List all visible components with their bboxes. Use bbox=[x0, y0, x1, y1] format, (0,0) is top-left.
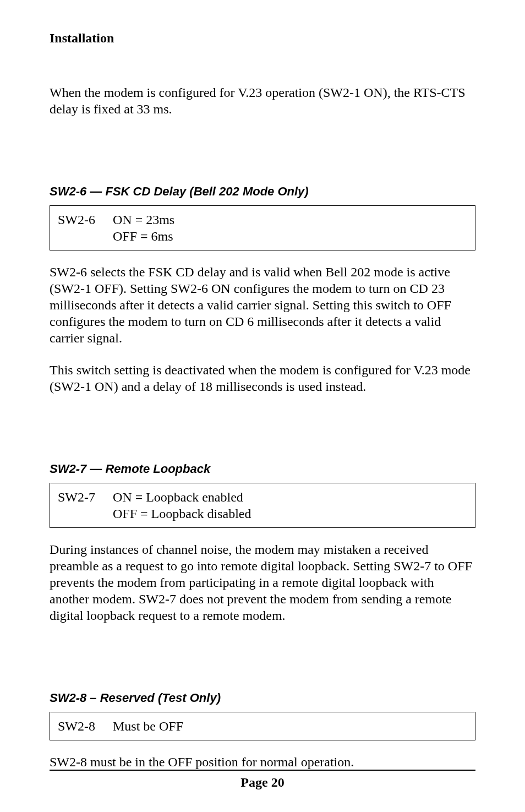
sw2-8-box: SW2-8 Must be OFF bbox=[50, 712, 475, 740]
sw2-7-on-value: ON = Loopback enabled bbox=[113, 489, 468, 505]
section-header: Installation bbox=[50, 31, 475, 46]
sw2-7-heading-prefix: SW2-7 bbox=[50, 462, 86, 476]
sw2-8-value: Must be OFF bbox=[113, 718, 468, 734]
sw2-7-box: SW2-7 ON = Loopback enabled OFF = Loopba… bbox=[50, 483, 475, 528]
sw2-7-heading-title: Remote Loopback bbox=[105, 462, 210, 476]
em-dash: — bbox=[86, 184, 105, 198]
sw2-6-paragraph-1: SW2-6 selects the FSK CD delay and is va… bbox=[50, 264, 475, 346]
sw2-7-box-label: SW2-7 bbox=[58, 489, 113, 522]
sw2-7-paragraph-1: During instances of channel noise, the m… bbox=[50, 541, 475, 624]
intro-paragraph: When the modem is configured for V.23 op… bbox=[50, 84, 475, 117]
sw2-8-heading: SW2-8 – Reserved (Test Only) bbox=[50, 691, 475, 705]
sw2-7-off-value: OFF = Loopback disabled bbox=[113, 505, 468, 522]
sw2-6-paragraph-2: This switch setting is deactivated when … bbox=[50, 362, 475, 395]
sw2-6-on-value: ON = 23ms bbox=[113, 211, 468, 228]
sw2-8-paragraph-1: SW2-8 must be in the OFF position for no… bbox=[50, 754, 475, 770]
sw2-8-heading-title: Reserved (Test Only) bbox=[100, 691, 221, 705]
sw2-6-heading-title: FSK CD Delay (Bell 202 Mode Only) bbox=[105, 184, 308, 198]
sw2-6-off-value: OFF = 6ms bbox=[113, 228, 468, 244]
en-dash: – bbox=[86, 691, 100, 705]
sw2-8-box-label: SW2-8 bbox=[58, 718, 113, 734]
sw2-6-box: SW2-6 ON = 23ms OFF = 6ms bbox=[50, 205, 475, 250]
sw2-6-heading-prefix: SW2-6 bbox=[50, 184, 86, 198]
sw2-7-heading: SW2-7 — Remote Loopback bbox=[50, 462, 475, 476]
sw2-6-heading: SW2-6 — FSK CD Delay (Bell 202 Mode Only… bbox=[50, 184, 475, 199]
sw2-8-heading-prefix: SW2-8 bbox=[50, 691, 86, 705]
em-dash: — bbox=[86, 462, 105, 476]
page-number: Page 20 bbox=[240, 775, 284, 789]
sw2-6-box-label: SW2-6 bbox=[58, 211, 113, 244]
page-container: Installation When the modem is configure… bbox=[0, 0, 525, 812]
page-footer: Page 20 bbox=[50, 770, 475, 790]
footer-rule bbox=[50, 770, 475, 771]
